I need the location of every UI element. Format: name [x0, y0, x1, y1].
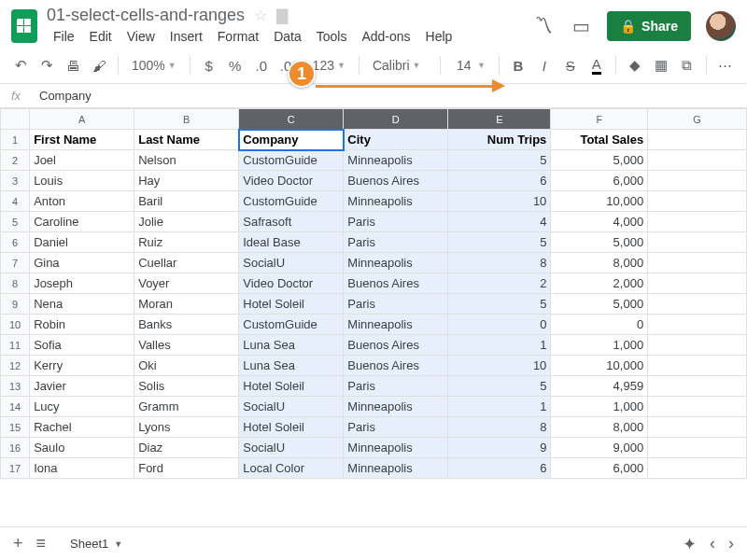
- menu-view[interactable]: View: [120, 27, 162, 46]
- bold-icon[interactable]: B: [507, 53, 529, 77]
- col-header-B[interactable]: B: [134, 109, 239, 130]
- cell[interactable]: Joel: [30, 150, 134, 171]
- cell[interactable]: [648, 191, 747, 212]
- row-header[interactable]: 7: [1, 253, 30, 273]
- cell[interactable]: 5,000: [551, 232, 648, 253]
- row-header[interactable]: 9: [1, 294, 30, 315]
- cell[interactable]: Oki: [134, 356, 239, 376]
- cell[interactable]: [648, 335, 747, 356]
- select-all-corner[interactable]: [1, 109, 30, 130]
- print-icon[interactable]: 🖶: [62, 53, 84, 77]
- cell[interactable]: Rachel: [30, 417, 134, 438]
- share-button[interactable]: 🔒 Share: [607, 11, 691, 41]
- cell[interactable]: 5,000: [551, 150, 648, 171]
- borders-icon[interactable]: ▦: [650, 53, 672, 77]
- zoom-dropdown[interactable]: 100%▼: [126, 58, 182, 73]
- cell[interactable]: [648, 315, 747, 335]
- cell[interactable]: 6: [448, 458, 551, 479]
- cell[interactable]: 4: [448, 212, 551, 232]
- explore-button[interactable]: ✦: [683, 534, 697, 554]
- cell[interactable]: Buenos Aires: [344, 171, 448, 191]
- cell[interactable]: Last Name: [134, 130, 239, 150]
- cell[interactable]: Saulo: [30, 438, 134, 458]
- cell[interactable]: 9,000: [551, 438, 648, 458]
- cell[interactable]: 9: [448, 438, 551, 458]
- cell[interactable]: Louis: [30, 171, 134, 191]
- col-header-C[interactable]: C: [239, 109, 344, 130]
- cell[interactable]: Ford: [134, 458, 239, 479]
- cell[interactable]: Minneapolis: [344, 191, 448, 212]
- cell[interactable]: 10,000: [551, 191, 648, 212]
- cell[interactable]: Lyons: [134, 417, 239, 438]
- cell[interactable]: First Name: [30, 130, 134, 150]
- comments-icon[interactable]: ▭: [570, 15, 592, 37]
- row-header[interactable]: 10: [1, 315, 30, 335]
- row-header[interactable]: 15: [1, 417, 30, 438]
- row-header[interactable]: 8: [1, 273, 30, 294]
- cell[interactable]: 5: [448, 376, 551, 397]
- cell[interactable]: 0: [551, 315, 648, 335]
- cell[interactable]: 5: [448, 150, 551, 171]
- cell[interactable]: Luna Sea: [239, 356, 344, 376]
- fill-color-icon[interactable]: ◆: [624, 53, 646, 77]
- row-header[interactable]: 16: [1, 438, 30, 458]
- cell[interactable]: Cuellar: [134, 253, 239, 273]
- cell[interactable]: 4,959: [551, 376, 648, 397]
- cell[interactable]: SocialU: [239, 253, 344, 273]
- cell[interactable]: Hotel Soleil: [239, 376, 344, 397]
- percent-icon[interactable]: %: [224, 53, 247, 77]
- font-size-dropdown[interactable]: 14▼: [448, 58, 491, 73]
- cell[interactable]: Minneapolis: [344, 438, 448, 458]
- cell[interactable]: Num Trips: [448, 130, 551, 150]
- cell[interactable]: Buenos Aires: [344, 335, 448, 356]
- cell[interactable]: Ruiz: [134, 232, 239, 253]
- cell[interactable]: Buenos Aires: [344, 273, 448, 294]
- cell[interactable]: 5,000: [551, 294, 648, 315]
- cell[interactable]: SocialU: [239, 397, 344, 417]
- star-icon[interactable]: ☆: [254, 7, 267, 24]
- all-sheets-button[interactable]: ≡: [36, 534, 47, 553]
- cell[interactable]: Daniel: [30, 232, 134, 253]
- cell[interactable]: Paris: [344, 294, 448, 315]
- menu-file[interactable]: File: [47, 27, 81, 46]
- cell[interactable]: [648, 417, 747, 438]
- nav-right-icon[interactable]: ›: [728, 534, 734, 553]
- cell[interactable]: Javier: [30, 376, 134, 397]
- cell[interactable]: 8: [448, 253, 551, 273]
- cell[interactable]: CustomGuide: [239, 191, 344, 212]
- undo-icon[interactable]: ↶: [9, 53, 32, 77]
- menu-add-ons[interactable]: Add-ons: [355, 27, 416, 46]
- cell[interactable]: [648, 294, 747, 315]
- spreadsheet-grid[interactable]: ABCDEFG1First NameLast NameCompanyCityNu…: [0, 108, 747, 479]
- col-header-A[interactable]: A: [30, 109, 134, 130]
- cell[interactable]: Minneapolis: [344, 315, 448, 335]
- cell[interactable]: 6: [448, 171, 551, 191]
- cell[interactable]: Ideal Base: [239, 232, 344, 253]
- row-header[interactable]: 14: [1, 397, 30, 417]
- cell[interactable]: 8: [448, 417, 551, 438]
- menu-tools[interactable]: Tools: [310, 27, 354, 46]
- row-header[interactable]: 13: [1, 376, 30, 397]
- cell[interactable]: 1: [448, 335, 551, 356]
- cell[interactable]: 6,000: [551, 171, 648, 191]
- cell[interactable]: CustomGuide: [239, 150, 344, 171]
- cell[interactable]: 0: [448, 315, 551, 335]
- merge-icon[interactable]: ⧉: [676, 53, 698, 77]
- row-header[interactable]: 5: [1, 212, 30, 232]
- avatar[interactable]: [706, 11, 736, 41]
- cell[interactable]: Video Doctor: [239, 273, 344, 294]
- formula-input[interactable]: Company: [32, 84, 747, 107]
- cell[interactable]: 5: [448, 294, 551, 315]
- cell[interactable]: Joseph: [30, 273, 134, 294]
- cell[interactable]: Hay: [134, 171, 239, 191]
- redo-icon[interactable]: ↷: [35, 53, 58, 77]
- italic-icon[interactable]: I: [533, 53, 556, 77]
- doc-title[interactable]: 01-select-cells-and-ranges: [47, 6, 245, 25]
- text-color-icon[interactable]: A: [585, 53, 608, 77]
- cell[interactable]: SocialU: [239, 438, 344, 458]
- cell[interactable]: [648, 356, 747, 376]
- nav-left-icon[interactable]: ‹: [710, 534, 715, 553]
- cell[interactable]: Lucy: [30, 397, 134, 417]
- cell[interactable]: Local Color: [239, 458, 344, 479]
- add-sheet-button[interactable]: +: [13, 534, 23, 553]
